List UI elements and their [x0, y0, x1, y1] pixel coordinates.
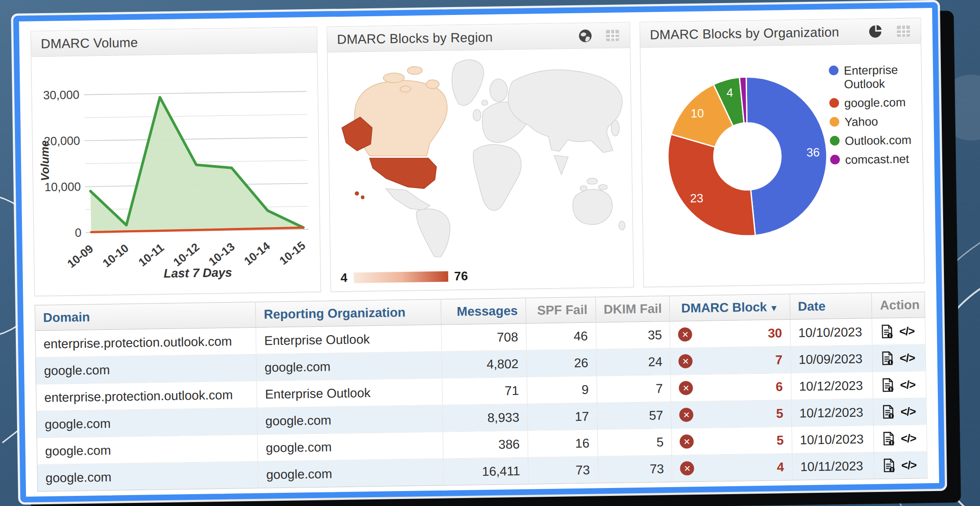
legend-color-dot: [829, 65, 838, 75]
cell-date: 10/10/2023: [791, 426, 874, 454]
cell-dmarc-block: ✕7: [670, 346, 791, 375]
sort-desc-icon: ▼: [769, 303, 778, 313]
code-icon[interactable]: </>: [901, 431, 916, 445]
legend-label: Outlook.com: [845, 134, 911, 148]
report-info-icon[interactable]: [882, 431, 896, 446]
donut-slice-value: 23: [690, 192, 704, 205]
code-icon[interactable]: </>: [900, 351, 915, 365]
code-icon[interactable]: </>: [900, 405, 916, 419]
chart-cards-row: DMARC Volume 010,00020,00030,00010-0910-…: [31, 18, 925, 294]
svg-text:10-09: 10-09: [65, 242, 96, 271]
cell-domain: google.com: [36, 354, 257, 384]
cell-dkim-fail: 24: [596, 348, 671, 376]
cell-dmarc-block: ✕4: [672, 453, 792, 482]
cell-spf-fail: 73: [528, 456, 598, 484]
cell-messages: 71: [442, 377, 527, 405]
block-x-icon: ✕: [678, 327, 692, 341]
cell-messages: 708: [441, 323, 526, 351]
cell-domain: google.com: [36, 408, 258, 437]
cell-domain: enterprise.protection.outlook.com: [35, 327, 256, 357]
code-icon[interactable]: </>: [899, 324, 915, 338]
cell-spf-fail: 46: [526, 322, 596, 350]
pie-icon[interactable]: [868, 24, 884, 39]
card-view-toggles: [578, 28, 620, 43]
column-header-reporting-organization[interactable]: Reporting Organization: [255, 299, 441, 327]
legend-item[interactable]: Enterprise Outlook: [829, 63, 915, 92]
cell-action: </>: [874, 452, 927, 479]
svg-text:10,000: 10,000: [44, 180, 81, 194]
cell-dmarc-block: ✕6: [671, 373, 791, 401]
volume-chart-body: 010,00020,00030,00010-0910-1010-1110-121…: [31, 53, 320, 296]
legend-label: comcast.net: [845, 152, 909, 167]
donut-slice-google-com[interactable]: [668, 133, 755, 237]
column-header-action: Action: [871, 292, 925, 318]
legend-color-dot: [830, 155, 840, 164]
donut-slice-value: 4: [726, 86, 733, 99]
legend-label: Yahoo: [845, 115, 878, 129]
column-header-date[interactable]: Date: [790, 293, 872, 320]
cell-date: 10/11/2023: [792, 452, 875, 481]
volume-area-chart: 010,00020,00030,00010-0910-1010-1110-121…: [31, 53, 320, 296]
column-header-domain[interactable]: Domain: [35, 302, 256, 330]
dmarc-block-count: 6: [776, 380, 783, 394]
block-x-icon: ✕: [679, 408, 693, 422]
svg-text:10-11: 10-11: [136, 241, 167, 269]
map-legend-max: 76: [454, 269, 468, 283]
column-header-messages[interactable]: Messages: [441, 298, 526, 325]
svg-text:10-14: 10-14: [242, 239, 273, 267]
svg-text:10-15: 10-15: [277, 239, 308, 267]
cell-domain: enterprise.protection.outlook.com: [36, 381, 257, 411]
cell-action: </>: [874, 425, 927, 452]
svg-text:10-10: 10-10: [100, 241, 131, 270]
legend-label: Enterprise Outlook: [844, 63, 915, 91]
card-dmarc-volume: DMARC Volume 010,00020,00030,00010-0910-…: [31, 27, 321, 296]
card-title: DMARC Blocks by Region: [337, 29, 493, 47]
card-header: DMARC Blocks by Organization: [640, 18, 921, 47]
report-info-icon[interactable]: [881, 377, 895, 392]
legend-item[interactable]: google.com: [829, 96, 915, 111]
report-info-icon[interactable]: [880, 324, 894, 339]
report-info-icon[interactable]: [882, 458, 897, 473]
cell-messages: 386: [443, 430, 528, 459]
column-header-dmarc-block[interactable]: DMARC Block▼: [670, 294, 790, 321]
slide-background: DMARC Volume 010,00020,00030,00010-0910-…: [0, 0, 980, 506]
dmarc-report-table: DomainReporting OrganizationMessagesSPF …: [35, 292, 928, 492]
card-view-toggles: [868, 23, 911, 39]
cell-dkim-fail: 5: [597, 428, 672, 456]
block-x-icon: ✕: [679, 354, 693, 368]
globe-icon[interactable]: [578, 28, 593, 43]
cell-reporting-organization: google.com: [258, 459, 444, 488]
cell-date: 10/09/2023: [790, 345, 873, 373]
block-x-icon: ✕: [680, 434, 694, 448]
block-x-icon: ✕: [679, 381, 693, 395]
svg-text:30,000: 30,000: [43, 88, 80, 102]
code-icon[interactable]: </>: [901, 458, 917, 472]
legend-color-dot: [829, 98, 839, 108]
donut-legend: Enterprise Outlookgoogle.comYahooOutlook…: [829, 63, 916, 167]
decorative-circle: [938, 75, 980, 141]
legend-item[interactable]: Yahoo: [830, 115, 916, 130]
legend-item[interactable]: Outlook.com: [830, 134, 916, 148]
legend-item[interactable]: comcast.net: [830, 152, 916, 167]
cell-reporting-organization: google.com: [256, 351, 442, 381]
table-grid-icon[interactable]: [605, 29, 620, 42]
cell-reporting-organization: google.com: [258, 432, 443, 461]
cell-date: 10/12/2023: [791, 399, 874, 427]
cell-spf-fail: 16: [528, 430, 598, 457]
legend-color-dot: [830, 136, 839, 145]
svg-text:Volume: Volume: [38, 140, 51, 181]
code-icon[interactable]: </>: [900, 378, 915, 392]
cell-domain: google.com: [37, 461, 258, 491]
cell-action: </>: [872, 318, 925, 345]
report-info-icon[interactable]: [881, 351, 895, 365]
table-grid-icon[interactable]: [896, 24, 911, 38]
legend-label: google.com: [844, 96, 906, 110]
card-header: DMARC Volume: [31, 27, 317, 57]
cell-messages: 16,411: [443, 457, 529, 485]
region-map-body: 4 76: [327, 48, 633, 291]
report-info-icon[interactable]: [882, 404, 896, 419]
map-legend-gradient: [353, 271, 448, 283]
cell-domain: google.com: [37, 434, 258, 464]
cell-action: </>: [872, 344, 926, 372]
cell-dkim-fail: 57: [597, 401, 671, 429]
